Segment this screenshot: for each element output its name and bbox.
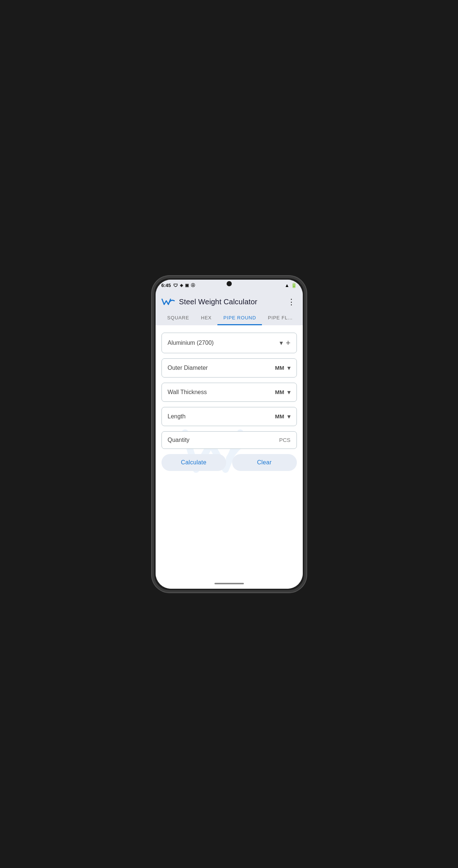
watermark [181,418,277,486]
length-field[interactable]: Length MM ▾ [161,407,297,426]
camera-notch [227,281,232,286]
quantity-unit: PCS [279,437,291,443]
phone-screen: 6:45 🛡 ◈ ▣ Ⓐ ▲ 🔋 [156,280,303,589]
material-label: Aluminium (2700) [168,340,214,346]
length-right: MM ▾ [275,412,291,421]
outer-diameter-label: Outer Diameter [168,365,208,371]
more-options-icon[interactable]: ⋮ [286,296,297,308]
calculate-button[interactable]: Calculate [161,454,226,471]
outer-diameter-unit: MM [275,365,284,371]
battery-icon: 🔋 [291,283,297,288]
outer-diameter-right: MM ▾ [275,364,291,372]
tab-pipe-flat[interactable]: PIPE FL... [262,311,298,325]
tab-hex[interactable]: HEX [195,311,217,325]
phone-frame: 6:45 🛡 ◈ ▣ Ⓐ ▲ 🔋 [152,276,306,592]
quantity-label: Quantity [168,437,190,443]
accessibility-icon: Ⓐ [191,283,195,288]
material-field[interactable]: Aluminium (2700) ▾ + [161,333,297,353]
status-icons: ▲ 🔋 [285,283,297,288]
home-indicator [214,583,244,584]
wall-thickness-unit: MM [275,389,284,395]
shield-icon: 🛡 [173,283,178,288]
wall-thickness-field[interactable]: Wall Thickness MM ▾ [161,383,297,402]
length-dropdown-icon[interactable]: ▾ [287,412,291,421]
app-header: Steel Weight Calculator ⋮ SQUARE HEX PIP… [156,291,303,325]
bottom-bar [156,578,303,589]
material-dropdown-icon[interactable]: ▾ [280,339,283,347]
tabs-row: SQUARE HEX PIPE ROUND PIPE FL... [161,311,297,325]
wall-thickness-dropdown-icon[interactable]: ▾ [287,388,291,396]
logo-svg [161,297,175,307]
main-content: Aluminium (2700) ▾ + Outer Diameter MM ▾… [156,325,303,578]
sim-icon: ▣ [185,283,189,288]
quantity-right: PCS [279,437,291,443]
wall-thickness-label: Wall Thickness [168,389,207,396]
buttons-row: Calculate Clear [161,454,297,471]
material-add-icon[interactable]: + [286,338,291,348]
app-logo [161,297,175,307]
status-time: 6:45 [161,283,171,288]
app-title: Steel Weight Calculator [179,298,281,306]
outer-diameter-field[interactable]: Outer Diameter MM ▾ [161,358,297,378]
wall-thickness-right: MM ▾ [275,388,291,396]
header-row: Steel Weight Calculator ⋮ [161,296,297,311]
tab-square[interactable]: SQUARE [161,311,195,325]
location-icon: ◈ [180,283,183,288]
outer-diameter-dropdown-icon[interactable]: ▾ [287,364,291,372]
quantity-field[interactable]: Quantity PCS [161,431,297,449]
length-unit: MM [275,413,284,419]
status-time-area: 6:45 🛡 ◈ ▣ Ⓐ [161,283,195,288]
clear-button[interactable]: Clear [232,454,297,471]
material-field-right: ▾ + [280,338,291,348]
signal-icon: ▲ [285,283,290,288]
length-label: Length [168,413,186,420]
tab-pipe-round[interactable]: PIPE ROUND [217,311,262,325]
